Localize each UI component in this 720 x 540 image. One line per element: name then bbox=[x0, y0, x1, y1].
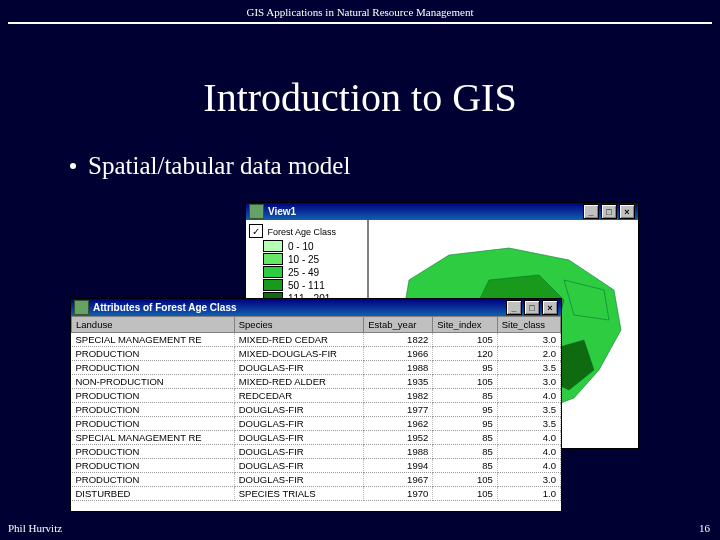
map-view-title: View1 bbox=[268, 206, 296, 217]
column-header[interactable]: Site_class bbox=[497, 317, 560, 333]
table-cell: SPECIAL MANAGEMENT RE bbox=[72, 431, 235, 445]
table-cell: 85 bbox=[433, 459, 498, 473]
table-cell: PRODUCTION bbox=[72, 403, 235, 417]
table-cell: 1988 bbox=[364, 445, 433, 459]
legend-class-row[interactable]: 50 - 111 bbox=[263, 279, 364, 291]
table-cell: 95 bbox=[433, 361, 498, 375]
table-cell: PRODUCTION bbox=[72, 445, 235, 459]
table-cell: 1994 bbox=[364, 459, 433, 473]
table-cell: 3.0 bbox=[497, 333, 560, 347]
table-row[interactable]: PRODUCTIONDOUGLAS-FIR1962953.5 bbox=[72, 417, 561, 431]
maximize-button[interactable]: □ bbox=[601, 204, 617, 219]
table-row[interactable]: PRODUCTIONDOUGLAS-FIR1988854.0 bbox=[72, 445, 561, 459]
table-row[interactable]: PRODUCTIONDOUGLAS-FIR1988953.5 bbox=[72, 361, 561, 375]
table-row[interactable]: PRODUCTIONDOUGLAS-FIR1994854.0 bbox=[72, 459, 561, 473]
table-cell: 1988 bbox=[364, 361, 433, 375]
column-header[interactable]: Site_index bbox=[433, 317, 498, 333]
table-cell: 4.0 bbox=[497, 459, 560, 473]
legend-swatch bbox=[263, 279, 283, 291]
legend-swatch bbox=[263, 266, 283, 278]
legend-title: Forest Age Class bbox=[268, 227, 337, 237]
table-row[interactable]: PRODUCTIONDOUGLAS-FIR1977953.5 bbox=[72, 403, 561, 417]
table-cell: MIXED-DOUGLAS-FIR bbox=[234, 347, 364, 361]
table-cell: PRODUCTION bbox=[72, 347, 235, 361]
table-cell: 1962 bbox=[364, 417, 433, 431]
table-window-icon bbox=[74, 300, 89, 315]
table-cell: DOUGLAS-FIR bbox=[234, 431, 364, 445]
table-cell: 95 bbox=[433, 417, 498, 431]
table-cell: PRODUCTION bbox=[72, 361, 235, 375]
legend-class-label: 25 - 49 bbox=[288, 267, 319, 278]
table-cell: 4.0 bbox=[497, 445, 560, 459]
table-cell: PRODUCTION bbox=[72, 473, 235, 487]
column-header[interactable]: Landuse bbox=[72, 317, 235, 333]
map-view-titlebar[interactable]: View1 _ □ × bbox=[246, 203, 638, 220]
table-cell: DOUGLAS-FIR bbox=[234, 403, 364, 417]
table-cell: 3.5 bbox=[497, 417, 560, 431]
table-cell: 3.0 bbox=[497, 473, 560, 487]
legend-class-label: 10 - 25 bbox=[288, 254, 319, 265]
legend-class-row[interactable]: 0 - 10 bbox=[263, 240, 364, 252]
column-header[interactable]: Species bbox=[234, 317, 364, 333]
table-cell: 1935 bbox=[364, 375, 433, 389]
legend-class-row[interactable]: 10 - 25 bbox=[263, 253, 364, 265]
layer-visibility-checkbox[interactable]: ✓ bbox=[249, 224, 263, 238]
attributes-table-container[interactable]: LanduseSpeciesEstab_yearSite_indexSite_c… bbox=[71, 316, 561, 511]
table-row[interactable]: PRODUCTIONDOUGLAS-FIR19671053.0 bbox=[72, 473, 561, 487]
table-cell: 105 bbox=[433, 375, 498, 389]
attributes-table: LanduseSpeciesEstab_yearSite_indexSite_c… bbox=[71, 316, 561, 501]
table-cell: PRODUCTION bbox=[72, 459, 235, 473]
table-cell: 1970 bbox=[364, 487, 433, 501]
legend-swatch bbox=[263, 253, 283, 265]
table-cell: 1822 bbox=[364, 333, 433, 347]
legend-class-label: 50 - 111 bbox=[288, 280, 325, 291]
map-window-icon bbox=[249, 204, 264, 219]
table-cell: 1977 bbox=[364, 403, 433, 417]
minimize-button[interactable]: _ bbox=[506, 300, 522, 315]
header-text: GIS Applications in Natural Resource Man… bbox=[0, 6, 720, 18]
close-button[interactable]: × bbox=[542, 300, 558, 315]
table-cell: MIXED-RED CEDAR bbox=[234, 333, 364, 347]
table-cell: DOUGLAS-FIR bbox=[234, 473, 364, 487]
table-cell: 3.5 bbox=[497, 361, 560, 375]
slide-title: Introduction to GIS bbox=[0, 74, 720, 121]
attributes-titlebar[interactable]: Attributes of Forest Age Class _ □ × bbox=[71, 299, 561, 316]
table-row[interactable]: NON-PRODUCTIONMIXED-RED ALDER19351053.0 bbox=[72, 375, 561, 389]
table-cell: 3.5 bbox=[497, 403, 560, 417]
header-divider bbox=[8, 22, 712, 24]
legend-class-row[interactable]: 25 - 49 bbox=[263, 266, 364, 278]
column-header[interactable]: Estab_year bbox=[364, 317, 433, 333]
bullet-dot-icon bbox=[70, 163, 76, 169]
table-cell: 1982 bbox=[364, 389, 433, 403]
bullet-text: Spatial/tabular data model bbox=[88, 152, 350, 180]
table-cell: DOUGLAS-FIR bbox=[234, 445, 364, 459]
table-row[interactable]: SPECIAL MANAGEMENT REDOUGLAS-FIR1952854.… bbox=[72, 431, 561, 445]
table-row[interactable]: PRODUCTIONREDCEDAR1982854.0 bbox=[72, 389, 561, 403]
bullet-item: Spatial/tabular data model bbox=[70, 152, 350, 180]
table-cell: 1967 bbox=[364, 473, 433, 487]
table-cell: PRODUCTION bbox=[72, 389, 235, 403]
footer-author: Phil Hurvitz bbox=[8, 522, 62, 534]
table-cell: 3.0 bbox=[497, 375, 560, 389]
close-button[interactable]: × bbox=[619, 204, 635, 219]
minimize-button[interactable]: _ bbox=[583, 204, 599, 219]
table-cell: 2.0 bbox=[497, 347, 560, 361]
table-cell: SPECIAL MANAGEMENT RE bbox=[72, 333, 235, 347]
legend-class-label: 0 - 10 bbox=[288, 241, 314, 252]
table-cell: 1.0 bbox=[497, 487, 560, 501]
attributes-window: Attributes of Forest Age Class _ □ × Lan… bbox=[70, 298, 562, 512]
table-cell: SPECIES TRIALS bbox=[234, 487, 364, 501]
table-cell: 1952 bbox=[364, 431, 433, 445]
table-cell: 105 bbox=[433, 333, 498, 347]
maximize-button[interactable]: □ bbox=[524, 300, 540, 315]
table-cell: 105 bbox=[433, 473, 498, 487]
table-row[interactable]: PRODUCTIONMIXED-DOUGLAS-FIR19661202.0 bbox=[72, 347, 561, 361]
table-row[interactable]: DISTURBEDSPECIES TRIALS19701051.0 bbox=[72, 487, 561, 501]
table-row[interactable]: SPECIAL MANAGEMENT REMIXED-RED CEDAR1822… bbox=[72, 333, 561, 347]
table-cell: REDCEDAR bbox=[234, 389, 364, 403]
table-cell: DISTURBED bbox=[72, 487, 235, 501]
attributes-title: Attributes of Forest Age Class bbox=[93, 302, 237, 313]
legend-swatch bbox=[263, 240, 283, 252]
table-cell: PRODUCTION bbox=[72, 417, 235, 431]
table-cell: 4.0 bbox=[497, 389, 560, 403]
